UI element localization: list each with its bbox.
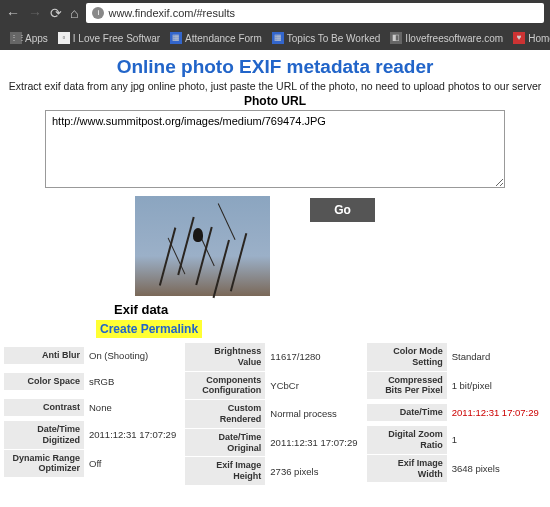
exif-value: 2011:12:31 17:07:29	[265, 434, 364, 451]
exif-key: Digital Zoom Ratio	[367, 426, 447, 454]
exif-key: Exif Image Width	[367, 455, 447, 483]
exif-row: Dynamic Range OptimizerOff	[4, 449, 183, 478]
url-text: www.findexif.com/#results	[108, 7, 235, 19]
page-subtitle: Extract exif data from any jpg online ph…	[2, 80, 548, 92]
exif-value: 2011:12:31 17:07:29	[447, 404, 546, 421]
exif-key: Date/Time Digitized	[4, 421, 84, 449]
exif-value: Standard	[447, 348, 546, 365]
exif-key: Brightness Value	[185, 343, 265, 371]
photo-url-label: Photo URL	[2, 94, 548, 108]
go-button[interactable]: Go	[310, 198, 375, 222]
site-info-icon[interactable]: i	[92, 7, 104, 19]
form-icon: ▦	[170, 32, 182, 44]
exif-value: 1 bit/pixel	[447, 377, 546, 394]
browser-toolbar: ← → ⟳ ⌂ i www.findexif.com/#results	[0, 0, 550, 26]
exif-row: Exif Image Height2736 pixels	[185, 456, 364, 485]
exif-value: YCbCr	[265, 377, 364, 394]
exif-table: Anti BlurOn (Shooting)Color SpacesRGBCon…	[2, 342, 548, 485]
reload-icon[interactable]: ⟳	[50, 5, 62, 21]
bookmark-item[interactable]: ◧Ilovefreesoftware.com	[386, 30, 507, 46]
home-icon[interactable]: ⌂	[70, 5, 78, 21]
site-icon: ◧	[390, 32, 402, 44]
exif-key: Date/Time Original	[185, 429, 265, 457]
exif-key: Color Mode Setting	[367, 343, 447, 371]
exif-key: Compressed Bits Per Pixel	[367, 372, 447, 400]
exif-row: Digital Zoom Ratio1	[367, 425, 546, 454]
exif-data-heading: Exif data	[114, 302, 548, 317]
exif-row: ContrastNone	[4, 394, 183, 420]
exif-key: Components Configuration	[185, 372, 265, 400]
exif-row: Date/Time Original2011:12:31 17:07:29	[185, 428, 364, 457]
exif-value: 11617/1280	[265, 348, 364, 365]
exif-row: Color SpacesRGB	[4, 368, 183, 394]
exif-row: Brightness Value11617/1280	[185, 342, 364, 371]
exif-key: Contrast	[4, 399, 84, 416]
exif-value: Normal process	[265, 405, 364, 422]
back-icon[interactable]: ←	[6, 5, 20, 21]
exif-row: Components ConfigurationYCbCr	[185, 371, 364, 400]
page-title: Online photo EXIF metadata reader	[2, 56, 548, 78]
exif-key: Color Space	[4, 373, 84, 390]
exif-row: Anti BlurOn (Shooting)	[4, 342, 183, 368]
exif-row: Custom RenderedNormal process	[185, 399, 364, 428]
exif-key: Exif Image Height	[185, 457, 265, 485]
forward-icon[interactable]: →	[28, 5, 42, 21]
exif-value: 1	[447, 431, 546, 448]
exif-row: Compressed Bits Per Pixel1 bit/pixel	[367, 371, 546, 400]
exif-key: Anti Blur	[4, 347, 84, 364]
sheet-icon: ▦	[272, 32, 284, 44]
exif-value: 2736 pixels	[265, 463, 364, 480]
bookmark-item[interactable]: ▦Topics To Be Worked	[268, 30, 385, 46]
exif-key: Dynamic Range Optimizer	[4, 450, 84, 478]
photo-thumbnail	[135, 196, 270, 296]
exif-value: 2011:12:31 17:07:29	[84, 426, 183, 443]
bookmark-item[interactable]: ♥Home Page - I Love F	[509, 30, 550, 46]
bookmark-item[interactable]: ▫I Love Free Softwar	[54, 30, 164, 46]
exif-row: Date/Time Digitized2011:12:31 17:07:29	[4, 420, 183, 449]
heart-icon: ♥	[513, 32, 525, 44]
exif-value: On (Shooting)	[84, 347, 183, 364]
bookmarks-bar: ⋮⋮Apps ▫I Love Free Softwar ▦Attendance …	[0, 26, 550, 50]
page-content: Online photo EXIF metadata reader Extrac…	[0, 50, 550, 489]
exif-row: Color Mode SettingStandard	[367, 342, 546, 371]
bookmark-item[interactable]: ▦Attendance Form	[166, 30, 266, 46]
exif-value: Off	[84, 455, 183, 472]
photo-url-input[interactable]	[45, 110, 505, 188]
address-bar[interactable]: i www.findexif.com/#results	[86, 3, 544, 23]
exif-value: 3648 pixels	[447, 460, 546, 477]
bookmark-apps[interactable]: ⋮⋮Apps	[6, 30, 52, 46]
exif-value: None	[84, 399, 183, 416]
create-permalink-link[interactable]: Create Permalink	[96, 320, 202, 338]
exif-row: Date/Time2011:12:31 17:07:29	[367, 399, 546, 425]
exif-value: sRGB	[84, 373, 183, 390]
page-icon: ▫	[58, 32, 70, 44]
exif-key: Date/Time	[367, 404, 447, 421]
grid-icon: ⋮⋮	[10, 32, 22, 44]
exif-key: Custom Rendered	[185, 400, 265, 428]
exif-row: Exif Image Width3648 pixels	[367, 454, 546, 483]
